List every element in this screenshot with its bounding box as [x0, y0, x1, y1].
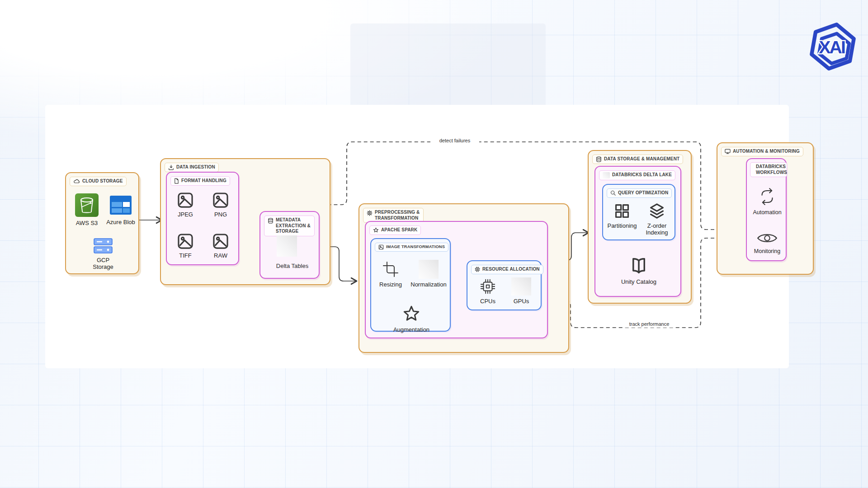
- group-preprocessing: PREPROCESSING & TRANSFORMATION APACHE SP…: [359, 203, 569, 353]
- group-apache-spark: APACHE SPARK IMAGE TRANSFORMATIONS Resiz…: [365, 221, 548, 338]
- node-resizing: Resizing: [377, 260, 405, 288]
- node-tiff: TIFF: [172, 233, 198, 259]
- node-aws-s3: AWS S3: [71, 193, 102, 226]
- unity-catalog-label: Unity Catalog: [621, 278, 656, 285]
- cloud-icon: [73, 178, 80, 184]
- delta-tables-label: Delta Tables: [267, 263, 318, 270]
- gcp-storage-icon: [93, 237, 113, 254]
- node-cpus: CPUs: [475, 277, 501, 305]
- sync-arrows-icon: [757, 186, 778, 207]
- zorder-label: Z-order Indexing: [643, 222, 671, 236]
- workflows-header: DATABRICKS WORKFLOWS: [750, 162, 787, 177]
- node-normalization: Normalization: [409, 260, 448, 288]
- tiff-label: TIFF: [179, 252, 191, 259]
- node-partitioning: Partitioning: [607, 202, 637, 229]
- group-data-storage: DATA STORAGE & MANAGEMENT DATABRICKS DEL…: [588, 150, 692, 304]
- group-databricks-workflows: DATABRICKS WORKFLOWS Automation Monit: [746, 158, 787, 261]
- automation-label: Automation: [753, 209, 781, 216]
- database-icon: [268, 218, 274, 224]
- cloud-storage-title: CLOUD STORAGE: [82, 178, 123, 184]
- partitioning-icon: [613, 202, 631, 220]
- spark-star-icon: [373, 227, 379, 233]
- node-azure-blob: Azure Blob: [106, 194, 136, 225]
- format-handling-title: FORMAT HANDLING: [181, 178, 226, 184]
- metadata-header: METADATA EXTRACTION & STORAGE: [264, 216, 315, 236]
- delta-lake-placeholder-icon: [603, 172, 610, 178]
- search-icon: [610, 190, 616, 196]
- data-storage-header: DATA STORAGE & MANAGEMENT: [592, 155, 683, 164]
- data-storage-title: DATA STORAGE & MANAGEMENT: [604, 156, 679, 162]
- cpu-icon: [479, 277, 496, 296]
- xai-logo-text: XAI: [819, 38, 845, 57]
- resizing-label: Resizing: [379, 281, 402, 288]
- image-transformations-header: IMAGE TRANSFORMATIONS: [375, 243, 448, 252]
- monitoring-label: Monitoring: [754, 248, 780, 255]
- data-ingestion-title: DATA INGESTION: [176, 164, 215, 170]
- delta-lake-header: DATABRICKS DELTA LAKE: [599, 170, 675, 180]
- preprocessing-title: PREPROCESSING & TRANSFORMATION: [375, 210, 420, 221]
- aws-s3-icon: [75, 193, 99, 217]
- jpeg-image-icon: [177, 192, 194, 209]
- delta-lake-title: DATABRICKS DELTA LAKE: [612, 172, 672, 178]
- gpus-placeholder-icon: [511, 277, 531, 296]
- book-icon: [629, 256, 648, 276]
- cpus-label: CPUs: [480, 298, 495, 305]
- diagram-canvas: detect failures track performance CLOUD …: [0, 0, 868, 488]
- xai-logo: XAI: [807, 21, 858, 72]
- augmentation-label: Augmentation: [393, 326, 429, 333]
- file-icon: [174, 178, 179, 184]
- layers-icon: [648, 202, 665, 220]
- tiff-image-icon: [177, 233, 194, 250]
- download-icon: [168, 164, 174, 170]
- group-query-optimization: QUERY OPTIMIZATION Partitioning: [602, 184, 675, 240]
- group-format-handling: FORMAT HANDLING JPEG PNG TIFF: [166, 172, 239, 265]
- track-performance-label: track performance: [625, 321, 674, 328]
- data-ingestion-header: DATA INGESTION: [165, 163, 219, 172]
- automation-monitoring-title: AUTOMATION & MONITORING: [733, 149, 800, 155]
- chip-icon: [475, 267, 480, 272]
- gear-icon: [367, 210, 373, 216]
- eye-icon: [757, 230, 778, 246]
- gpus-label: GPUs: [514, 298, 529, 305]
- automation-monitoring-header: AUTOMATION & MONITORING: [721, 147, 803, 156]
- crop-icon: [382, 260, 400, 279]
- normalization-label: Normalization: [410, 281, 446, 288]
- group-cloud-storage: CLOUD STORAGE AWS S3: [65, 172, 139, 274]
- gcp-storage-label: GCP Storage: [86, 257, 120, 271]
- workflows-title: DATABRICKS WORKFLOWS: [756, 164, 787, 175]
- azure-blob-label: Azure Blob: [106, 219, 135, 225]
- node-raw: RAW: [208, 233, 234, 259]
- query-optimization-title: QUERY OPTIMIZATION: [618, 190, 668, 196]
- image-icon: [378, 244, 384, 250]
- normalization-placeholder-icon: [419, 260, 439, 279]
- node-augmentation: Augmentation: [393, 304, 430, 333]
- aws-s3-label: AWS S3: [76, 220, 98, 226]
- metadata-title: METADATA EXTRACTION & STORAGE: [276, 217, 311, 235]
- cloud-storage-header: CLOUD STORAGE: [70, 177, 127, 186]
- database-icon: [596, 156, 602, 162]
- node-png: PNG: [208, 192, 234, 218]
- query-optimization-header: QUERY OPTIMIZATION: [607, 188, 672, 198]
- group-resource-allocation: RESOURCE ALLOCATION CPUs GPUs: [467, 260, 542, 310]
- partitioning-label: Partitioning: [607, 222, 637, 229]
- node-unity-catalog: Unity Catalog: [621, 256, 657, 285]
- node-jpeg: JPEG: [172, 192, 198, 218]
- node-zorder: Z-order Indexing: [643, 202, 671, 236]
- node-gpus: GPUs: [507, 277, 535, 305]
- delta-tables-placeholder-icon: [277, 235, 297, 257]
- star-icon: [402, 304, 421, 324]
- resource-allocation-header: RESOURCE ALLOCATION: [471, 265, 543, 274]
- raw-image-icon: [212, 233, 229, 250]
- resource-allocation-title: RESOURCE ALLOCATION: [482, 267, 540, 272]
- png-image-icon: [212, 192, 229, 209]
- node-gcp-storage: GCP Storage: [86, 237, 120, 271]
- node-monitoring: Monitoring: [750, 230, 785, 255]
- monitor-icon: [725, 149, 731, 154]
- group-data-ingestion: DATA INGESTION FORMAT HANDLING JPEG PNG: [160, 158, 330, 285]
- raw-label: RAW: [214, 252, 227, 259]
- group-metadata-extraction: METADATA EXTRACTION & STORAGE Delta Tabl…: [259, 211, 320, 279]
- group-delta-lake: DATABRICKS DELTA LAKE QUERY OPTIMIZATION: [594, 166, 681, 297]
- image-transformations-title: IMAGE TRANSFORMATIONS: [386, 244, 445, 250]
- group-image-transformations: IMAGE TRANSFORMATIONS Resizing Normaliza…: [370, 238, 451, 332]
- png-label: PNG: [214, 211, 227, 218]
